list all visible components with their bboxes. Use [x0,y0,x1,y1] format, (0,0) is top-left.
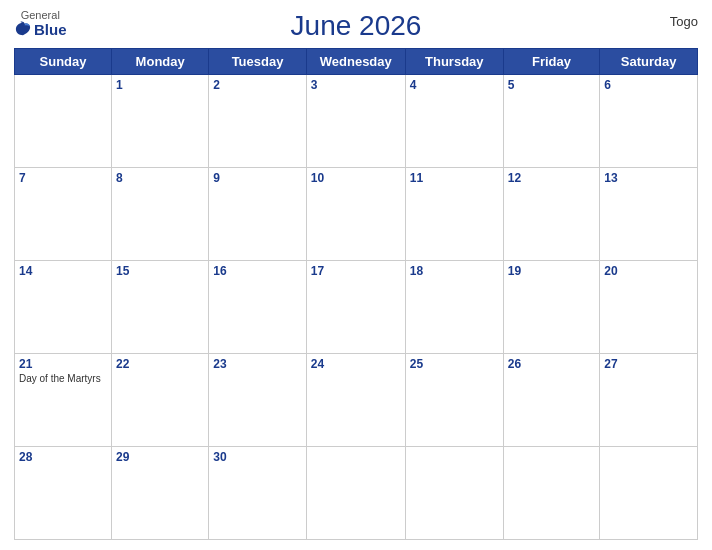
day-number: 27 [604,357,693,371]
day-number: 1 [116,78,204,92]
calendar-cell: 22 [112,354,209,447]
calendar-cell: 25 [405,354,503,447]
header-wednesday: Wednesday [306,49,405,75]
day-number: 14 [19,264,107,278]
calendar-cell: 26 [503,354,599,447]
day-number: 4 [410,78,499,92]
calendar-cell: 6 [600,75,698,168]
calendar-cell: 30 [209,447,306,540]
calendar-cell: 12 [503,168,599,261]
calendar-cell: 9 [209,168,306,261]
calendar-cell: 3 [306,75,405,168]
day-number: 7 [19,171,107,185]
logo-general-text: General [21,10,60,21]
day-event: Day of the Martyrs [19,373,107,384]
calendar-cell: 10 [306,168,405,261]
day-number: 13 [604,171,693,185]
calendar-wrapper: General Blue June 2026 Togo Sunday Monda… [0,0,712,550]
day-number: 16 [213,264,301,278]
calendar-cell: 2 [209,75,306,168]
day-number: 24 [311,357,401,371]
day-number: 12 [508,171,595,185]
calendar-week-row: 282930 [15,447,698,540]
calendar-cell: 29 [112,447,209,540]
header-saturday: Saturday [600,49,698,75]
calendar-cell: 15 [112,261,209,354]
calendar-cell [600,447,698,540]
calendar-cell: 7 [15,168,112,261]
country-label: Togo [670,14,698,29]
calendar-header: General Blue June 2026 Togo [14,10,698,42]
calendar-cell: 11 [405,168,503,261]
calendar-cell: 16 [209,261,306,354]
day-number: 3 [311,78,401,92]
weekday-header-row: Sunday Monday Tuesday Wednesday Thursday… [15,49,698,75]
calendar-cell: 21Day of the Martyrs [15,354,112,447]
calendar-cell [503,447,599,540]
header-thursday: Thursday [405,49,503,75]
calendar-cell: 1 [112,75,209,168]
header-sunday: Sunday [15,49,112,75]
day-number: 30 [213,450,301,464]
calendar-cell: 20 [600,261,698,354]
header-monday: Monday [112,49,209,75]
calendar-cell: 14 [15,261,112,354]
calendar-cell [405,447,503,540]
calendar-cell [306,447,405,540]
calendar-cell: 27 [600,354,698,447]
calendar-cell [15,75,112,168]
day-number: 25 [410,357,499,371]
day-number: 10 [311,171,401,185]
header-tuesday: Tuesday [209,49,306,75]
day-number: 5 [508,78,595,92]
calendar-week-row: 14151617181920 [15,261,698,354]
calendar-cell: 8 [112,168,209,261]
day-number: 23 [213,357,301,371]
calendar-cell: 17 [306,261,405,354]
day-number: 28 [19,450,107,464]
calendar-cell: 23 [209,354,306,447]
logo-bird-icon [14,21,32,37]
day-number: 21 [19,357,107,371]
calendar-cell: 13 [600,168,698,261]
calendar-cell: 24 [306,354,405,447]
calendar-week-row: 78910111213 [15,168,698,261]
header-friday: Friday [503,49,599,75]
day-number: 15 [116,264,204,278]
day-number: 22 [116,357,204,371]
day-number: 6 [604,78,693,92]
day-number: 26 [508,357,595,371]
day-number: 11 [410,171,499,185]
logo: General Blue [14,10,67,37]
logo-blue-text: Blue [14,21,67,37]
calendar-cell: 5 [503,75,599,168]
day-number: 8 [116,171,204,185]
calendar-cell: 19 [503,261,599,354]
calendar-cell: 4 [405,75,503,168]
day-number: 20 [604,264,693,278]
calendar-table: Sunday Monday Tuesday Wednesday Thursday… [14,48,698,540]
day-number: 29 [116,450,204,464]
calendar-title: June 2026 [291,10,422,42]
day-number: 17 [311,264,401,278]
day-number: 2 [213,78,301,92]
day-number: 9 [213,171,301,185]
calendar-cell: 28 [15,447,112,540]
calendar-cell: 18 [405,261,503,354]
calendar-week-row: 21Day of the Martyrs222324252627 [15,354,698,447]
day-number: 18 [410,264,499,278]
day-number: 19 [508,264,595,278]
calendar-week-row: 123456 [15,75,698,168]
